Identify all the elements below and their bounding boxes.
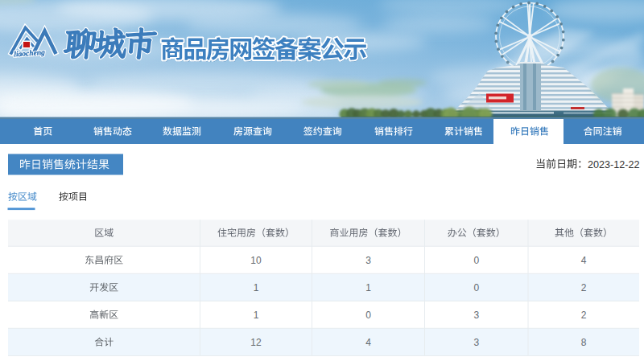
svg-text:2: 2	[581, 310, 587, 321]
svg-text:1: 1	[254, 310, 259, 321]
svg-text:0: 0	[473, 282, 479, 293]
svg-text:3: 3	[365, 255, 371, 266]
svg-text:8: 8	[581, 337, 587, 348]
svg-text:0: 0	[365, 310, 371, 321]
svg-text:1: 1	[365, 282, 371, 293]
svg-text:12: 12	[250, 337, 262, 348]
svg-text:10: 10	[250, 255, 262, 266]
svg-text:2023-12-22: 2023-12-22	[588, 159, 639, 170]
svg-text:1: 1	[254, 282, 259, 293]
svg-text:0: 0	[473, 255, 479, 266]
svg-text:3: 3	[473, 310, 479, 321]
svg-text:3: 3	[473, 337, 479, 348]
svg-text:4: 4	[581, 255, 587, 266]
svg-text:4: 4	[365, 337, 371, 348]
svg-text:2: 2	[581, 282, 587, 293]
